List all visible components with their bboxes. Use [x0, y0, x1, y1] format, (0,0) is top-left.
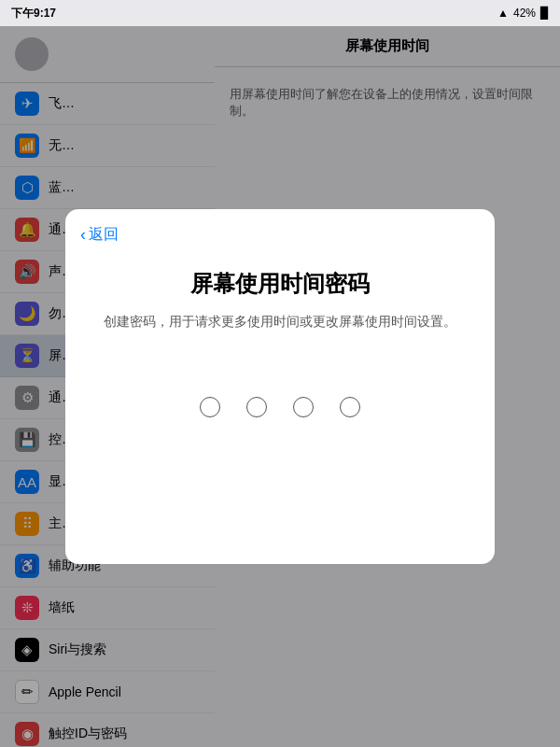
modal-back-button[interactable]: ‹ 返回	[80, 225, 119, 245]
passcode-dot-1	[200, 397, 220, 417]
modal-back-label: 返回	[89, 225, 119, 245]
modal-body: 屏幕使用时间密码 创建密码，用于请求更多使用时间或更改屏幕使用时间设置。	[65, 250, 495, 564]
passcode-dots-container	[200, 397, 360, 417]
wifi-icon: ▲	[497, 7, 509, 20]
status-time: 下午9:17	[11, 6, 56, 21]
modal-subtitle: 创建密码，用于请求更多使用时间或更改屏幕使用时间设置。	[104, 312, 456, 331]
passcode-dot-4	[340, 397, 360, 417]
modal-title: 屏幕使用时间密码	[190, 269, 370, 299]
battery-text: 42%	[513, 7, 536, 20]
modal-overlay: ‹ 返回 屏幕使用时间密码 创建密码，用于请求更多使用时间或更改屏幕使用时间设置…	[0, 26, 560, 747]
passcode-modal: ‹ 返回 屏幕使用时间密码 创建密码，用于请求更多使用时间或更改屏幕使用时间设置…	[65, 209, 495, 564]
back-chevron-icon: ‹	[80, 226, 86, 243]
passcode-dot-2	[246, 397, 267, 417]
status-bar: 下午9:17 ▲ 42% ▉	[0, 0, 560, 26]
status-right: ▲ 42% ▉	[497, 7, 549, 20]
passcode-dot-3	[293, 397, 314, 417]
settings-background: ✈飞…📶无…⬡蓝…🔔通…🔊声…🌙勿…⏳屏…⚙通…💾控…AA显…⠿主…♿辅助功能❊…	[0, 26, 560, 747]
battery-icon: ▉	[540, 7, 549, 20]
modal-top-bar: ‹ 返回	[65, 209, 495, 250]
